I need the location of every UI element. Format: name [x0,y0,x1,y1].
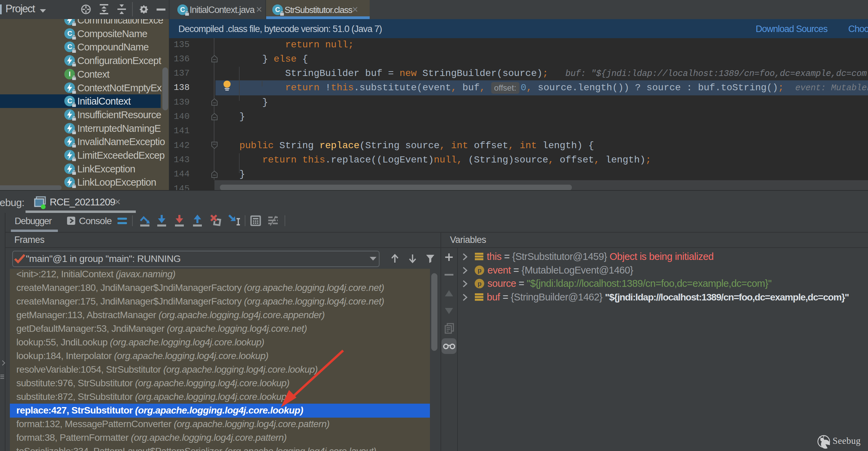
svg-text:p: p [478,267,481,274]
svg-text:p: p [478,280,481,287]
